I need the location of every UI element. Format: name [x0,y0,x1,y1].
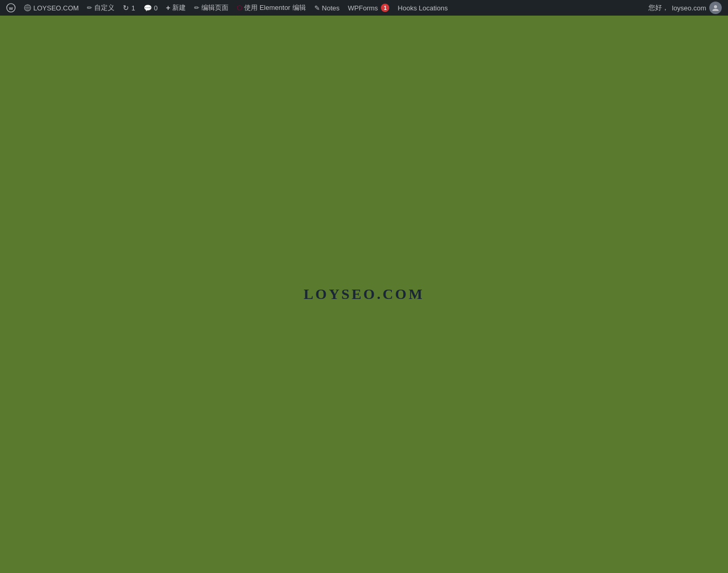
edit-page-button[interactable]: ✏ 编辑页面 [190,0,233,16]
comments-button[interactable]: 💬 0 [139,0,162,16]
wp-logo-button[interactable]: W [2,0,20,16]
hooks-label: Hooks Locations [398,4,448,12]
avatar [709,2,722,14]
updates-button[interactable]: ↻ 1 [119,0,139,16]
wpforms-badge: 1 [381,4,389,12]
notes-button[interactable]: ✎ Notes [310,0,344,16]
main-content-area: LOYSEO.COM [0,16,728,573]
site-name-label: LOYSEO.COM [33,4,79,12]
elementor-icon: ⬡ [237,4,242,11]
adminbar-user-section: 您好， loyseo.com [644,0,726,16]
comments-count: 0 [154,4,158,12]
new-content-button[interactable]: + 新建 [162,0,190,16]
notes-icon: ✎ [314,4,320,12]
admin-bar: W LOYSEO.COM ✏ 自定义 ↻ 1 💬 0 + 新建 ✏ 编辑页面 [0,0,728,16]
updates-icon: ↻ [123,4,129,12]
customize-icon: ✏ [87,4,92,11]
hooks-locations-button[interactable]: Hooks Locations [393,0,452,16]
edit-icon: ✏ [194,4,199,11]
new-icon: + [166,4,170,12]
svg-point-6 [714,5,717,8]
edit-page-label: 编辑页面 [201,3,228,12]
new-label: 新建 [172,3,186,12]
wpforms-label: WPForms [348,4,378,12]
svg-text:W: W [9,6,13,11]
wpforms-button[interactable]: WPForms 1 [344,0,394,16]
greeting-text: 您好， [648,3,669,12]
updates-count: 1 [131,4,135,12]
user-greeting[interactable]: 您好， loyseo.com [644,0,726,16]
customize-label: 自定义 [94,3,114,12]
comments-icon: 💬 [144,4,152,12]
elementor-label: 使用 Elementor 编辑 [244,3,305,12]
elementor-edit-button[interactable]: ⬡ 使用 Elementor 编辑 [233,0,310,16]
site-name-button[interactable]: LOYSEO.COM [20,0,83,16]
username-text: loyseo.com [672,4,706,12]
site-title-text: LOYSEO.COM [303,286,424,303]
notes-label: Notes [322,4,340,12]
customize-button[interactable]: ✏ 自定义 [83,0,119,16]
